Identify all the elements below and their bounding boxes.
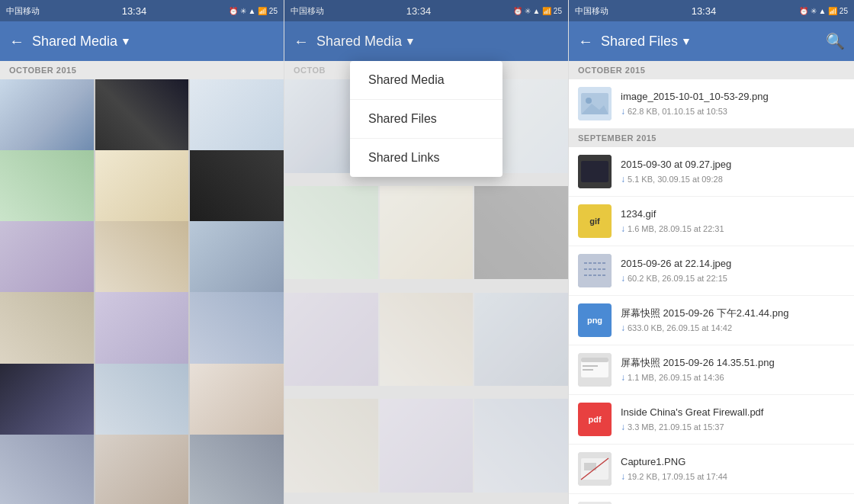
file-info-3: 1234.gif ↓ 1.6 MB, 28.09.15 at 22:31 <box>621 208 845 234</box>
dropdown-item-shared-media[interactable]: Shared Media <box>350 61 502 100</box>
file-meta-2: ↓ 5.1 KB, 30.09.15 at 09:28 <box>621 174 845 185</box>
file-thumb-7: pdf <box>578 403 612 436</box>
photo-18[interactable] <box>190 435 284 504</box>
file-meta-7: ↓ 3.3 MB, 21.09.15 at 15:37 <box>621 422 845 432</box>
file-thumb-1 <box>578 87 612 120</box>
right-panel: 中国移动 13:34 ⏰ ✳ ▲ 📶 25 ← Shared Files ▼ 🔍… <box>569 0 854 504</box>
file-meta-8: ↓ 19.2 KB, 17.09.15 at 17:44 <box>621 471 845 482</box>
file-item-4[interactable]: 2015-09-26 at 22.14.jpeg ↓ 60.2 KB, 26.0… <box>569 246 854 296</box>
right-time: 13:34 <box>692 5 717 17</box>
file-info-7: Inside China's Great Firewall.pdf ↓ 3.3 … <box>621 406 845 432</box>
file-item-5[interactable]: png 屏幕快照 2015-09-26 下午2.41.44.png ↓ 633.… <box>569 296 854 345</box>
file-item-8[interactable]: Capture1.PNG ↓ 19.2 KB, 17.09.15 at 17:4… <box>569 445 854 494</box>
dropdown-item-shared-links[interactable]: Shared Links <box>350 139 502 177</box>
file-item-1[interactable]: image_2015-10-01_10-53-29.png ↓ 62.8 KB,… <box>569 79 854 129</box>
left-panel: 中国移动 13:34 ⏰ ✳ ▲ 📶 25 ← Shared Media ▼ O… <box>0 0 284 504</box>
svg-rect-6 <box>578 254 612 287</box>
right-status-icons: ⏰ ✳ ▲ 📶 25 <box>799 7 848 15</box>
left-app-bar: ← Shared Media ▼ <box>0 21 284 61</box>
svg-rect-5 <box>581 161 608 182</box>
right-back-button[interactable]: ← <box>578 33 593 50</box>
svg-point-2 <box>586 98 592 104</box>
photo-16[interactable]: 1.79 GB — 正在计 <box>0 435 94 504</box>
right-dropdown-arrow[interactable]: ▼ <box>681 35 692 47</box>
right-title: Shared Files ▼ <box>601 34 818 50</box>
svg-rect-14 <box>583 369 593 371</box>
middle-panel: 中国移动 13:34 ⏰ ✳ ▲ 📶 25 ← Shared Media ▼ O… <box>284 0 569 504</box>
dropdown-item-shared-files[interactable]: Shared Files <box>350 100 502 139</box>
file-item-2[interactable]: 2015-09-30 at 09.27.jpeg ↓ 5.1 KB, 30.09… <box>569 147 854 197</box>
left-dropdown-arrow[interactable]: ▼ <box>120 35 131 47</box>
left-time: 13:34 <box>122 5 147 17</box>
file-item-7[interactable]: pdf Inside China's Great Firewall.pdf ↓ … <box>569 395 854 445</box>
file-name-6: 屏幕快照 2015-09-26 14.35.51.png <box>621 357 845 370</box>
left-status-bar: 中国移动 13:34 ⏰ ✳ ▲ 📶 25 <box>0 0 284 21</box>
file-item-3[interactable]: gif 1234.gif ↓ 1.6 MB, 28.09.15 at 22:31 <box>569 197 854 246</box>
photo-17[interactable] <box>95 435 189 504</box>
search-icon[interactable]: 🔍 <box>826 32 845 50</box>
file-name-4: 2015-09-26 at 22.14.jpeg <box>621 258 845 271</box>
file-thumb-5: png <box>578 303 612 337</box>
left-back-button[interactable]: ← <box>9 33 24 50</box>
left-carrier: 中国移动 <box>6 5 40 17</box>
svg-rect-12 <box>581 358 608 362</box>
file-thumb-2 <box>578 155 612 188</box>
file-name-8: Capture1.PNG <box>621 456 845 469</box>
right-carrier: 中国移动 <box>575 5 608 17</box>
left-photo-grid: 共 6.08 GE 1.79 GB — 3 分钟 OS X El Capitan… <box>0 79 284 504</box>
file-name-1: image_2015-10-01_10-53-29.png <box>621 91 845 104</box>
file-info-6: 屏幕快照 2015-09-26 14.35.51.png ↓ 1.1 MB, 2… <box>621 357 845 383</box>
file-name-2: 2015-09-30 at 09.27.jpeg <box>621 159 845 172</box>
file-thumb-3: gif <box>578 204 612 238</box>
right-status-bar: 中国移动 13:34 ⏰ ✳ ▲ 📶 25 <box>569 0 854 21</box>
left-status-icons: ⏰ ✳ ▲ 📶 25 <box>229 7 278 15</box>
file-info-5: 屏幕快照 2015-09-26 下午2.41.44.png ↓ 633.0 KB… <box>621 307 845 333</box>
right-section-october: OCTOBER 2015 <box>569 61 854 79</box>
file-meta-1: ↓ 62.8 KB, 01.10.15 at 10:53 <box>621 106 845 117</box>
file-item-9[interactable]: Capture.PNG <box>569 494 854 504</box>
file-thumb-6 <box>578 353 612 387</box>
file-meta-3: ↓ 1.6 MB, 28.09.15 at 22:31 <box>621 223 845 234</box>
file-list: OCTOBER 2015 image_2015-10-01_10-53-29.p… <box>569 61 854 504</box>
file-thumb-8 <box>578 452 612 486</box>
download-icon-1: ↓ <box>621 106 625 117</box>
file-name-3: 1234.gif <box>621 208 845 221</box>
file-info-8: Capture1.PNG ↓ 19.2 KB, 17.09.15 at 17:4… <box>621 456 845 482</box>
file-info-4: 2015-09-26 at 22.14.jpeg ↓ 60.2 KB, 26.0… <box>621 258 845 284</box>
dropdown-menu: Shared Media Shared Files Shared Links <box>350 61 502 177</box>
file-thumb-4 <box>578 254 612 287</box>
left-title: Shared Media ▼ <box>32 34 274 50</box>
right-app-bar: ← Shared Files ▼ 🔍 <box>569 21 854 61</box>
file-name-5: 屏幕快照 2015-09-26 下午2.41.44.png <box>621 307 845 320</box>
file-info-2: 2015-09-30 at 09.27.jpeg ↓ 5.1 KB, 30.09… <box>621 159 845 185</box>
file-item-6[interactable]: 屏幕快照 2015-09-26 14.35.51.png ↓ 1.1 MB, 2… <box>569 345 854 395</box>
file-meta-5: ↓ 633.0 KB, 26.09.15 at 14:42 <box>621 323 845 333</box>
svg-rect-13 <box>583 365 598 367</box>
file-name-7: Inside China's Great Firewall.pdf <box>621 406 845 419</box>
file-meta-6: ↓ 1.1 MB, 26.09.15 at 14:36 <box>621 372 845 383</box>
right-section-september: SEPTEMBER 2015 <box>569 129 854 147</box>
file-meta-4: ↓ 60.2 KB, 26.09.15 at 22:15 <box>621 273 845 284</box>
file-info-1: image_2015-10-01_10-53-29.png ↓ 62.8 KB,… <box>621 91 845 117</box>
left-section-october: OCTOBER 2015 <box>0 61 284 79</box>
